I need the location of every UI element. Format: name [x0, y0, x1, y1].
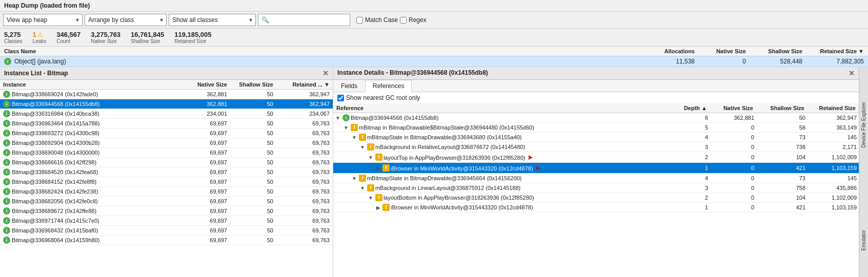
instance-close-btn[interactable]: ✕	[322, 69, 329, 77]
instance-scroll[interactable]: i Bitmap@338669024 (0x142fade0) 362,881 …	[0, 90, 333, 277]
stat-shallow-value: 16,761,845	[131, 31, 164, 38]
ref-row[interactable]: ▼ f layoutTop in AppPlayBrowser@31826393…	[333, 152, 859, 163]
instance-name: i Bitmap@336944568 (0x14155db8)	[3, 100, 181, 108]
ref-row[interactable]: ▼ f mBitmapState in BitmapDrawable@33694…	[333, 174, 859, 183]
instance-native: 69,697	[181, 227, 227, 233]
col-inst-shallow[interactable]: Shallow Size	[227, 81, 273, 88]
ref-row[interactable]: ▶ f iBrowser in MiniWorldActivity@315443…	[333, 203, 859, 212]
instance-icon: i	[3, 188, 10, 195]
view-select[interactable]: View app heap ▾	[3, 14, 83, 26]
instance-row[interactable]: i Bitmap@338684152 (0x142fe8f8) 69,697 5…	[0, 177, 333, 187]
match-case-checkbox[interactable]	[356, 17, 363, 24]
window-title: Heap Dump (loaded from file)	[4, 2, 90, 9]
expand-icon[interactable]: ▼	[352, 135, 357, 140]
instance-name: i Bitmap@338684520 (0x142fea68)	[3, 168, 181, 176]
ref-row[interactable]: ▼ f mBitmapState in BitmapDrawable@33694…	[333, 133, 859, 142]
detail-close-btn[interactable]: ✕	[849, 69, 855, 77]
expand-icon[interactable]: ▼	[335, 115, 340, 121]
instance-row[interactable]: i Bitmap@338686616 (0x142ff298) 69,697 5…	[0, 158, 333, 167]
regex-checkbox[interactable]	[400, 17, 407, 24]
instance-row[interactable]: i Bitmap@338690048 (0x14300000) 69,697 5…	[0, 148, 333, 158]
col-ref-retained[interactable]: Retained Size	[804, 105, 856, 111]
ref-row[interactable]: ▼ f layoutBottom in AppPlayBrowser@31826…	[333, 193, 859, 203]
instance-shallow: 50	[227, 150, 273, 156]
class-row[interactable]: i Object[] (java.lang) 11,538 0 528,448 …	[0, 56, 868, 67]
ref-row[interactable]: ▼ f mBackground in RelativeLayout@336876…	[333, 142, 859, 152]
instance-row[interactable]: i Bitmap@336944568 (0x14155db8) 362,881 …	[0, 99, 333, 109]
ref-scroll[interactable]: ▼ i Bitmap@336944568 (0x14155db8) 6 362,…	[333, 113, 859, 277]
instance-row[interactable]: i Bitmap@336968432 (0x1415baf0) 69,697 5…	[0, 226, 333, 236]
ref-retained: 435,886	[805, 185, 857, 191]
search-input[interactable]	[271, 16, 347, 24]
instance-native: 69,697	[181, 188, 227, 195]
ref-retained: 1,103,159	[805, 165, 857, 171]
col-ref-shallow[interactable]: Shallow Size	[753, 105, 804, 111]
instance-native: 69,697	[181, 169, 227, 175]
instance-row[interactable]: i Bitmap@338684520 (0x142fea68) 69,697 5…	[0, 167, 333, 177]
instance-native: 69,697	[181, 140, 227, 146]
col-inst-retained[interactable]: Retained ... ▼	[273, 81, 330, 88]
instance-name: i Bitmap@336316984 (0x140bca38)	[3, 110, 181, 117]
instance-row[interactable]: i Bitmap@336316984 (0x140bca38) 234,001 …	[0, 109, 333, 119]
class-retained: 7,882,305	[802, 58, 864, 65]
col-allocations[interactable]: Allocations	[643, 48, 695, 54]
right-panel: Instance Details - Bitmap@336944568 (0x1…	[333, 67, 859, 277]
expand-icon[interactable]: ▼	[368, 195, 373, 201]
instance-icon: i	[3, 110, 10, 117]
detail-title: Instance Details - Bitmap@336944568 (0x1…	[337, 69, 488, 77]
instance-row[interactable]: i Bitmap@338693272 (0x14300c98) 69,697 5…	[0, 129, 333, 138]
col-shallow-size-hdr[interactable]: Shallow Size	[746, 48, 802, 54]
search-icon: 🔍	[261, 16, 269, 24]
instance-icon: i	[3, 198, 10, 205]
expand-icon[interactable]: ▼	[368, 155, 373, 160]
instance-retained: 69,763	[273, 150, 330, 156]
show-gc-checkbox[interactable]	[337, 95, 344, 101]
ref-row[interactable]: ▶ f iBrowser in MiniWorldActivity@315443…	[333, 163, 859, 174]
ref-depth: 4	[667, 134, 708, 140]
stat-leaks: 1 ⚠ Leaks	[33, 31, 47, 44]
arrange-select-arrow: ▾	[156, 16, 163, 24]
instance-row[interactable]: i Bitmap@338682424 (0x142fe238) 69,697 5…	[0, 187, 333, 197]
instance-icon: i	[3, 168, 10, 176]
instance-name: i Bitmap@336971744 (0x1415c7e0)	[3, 217, 181, 224]
col-instance[interactable]: Instance	[3, 81, 181, 88]
expand-icon[interactable]: ▼	[352, 176, 357, 181]
expand-icon[interactable]: ▶	[376, 205, 380, 210]
side-labels: Device File Explorer Emulator	[859, 67, 868, 277]
instance-row[interactable]: i Bitmap@336971744 (0x1415c7e0) 69,697 5…	[0, 216, 333, 226]
arrange-select[interactable]: Arrange by class ▾	[85, 14, 167, 26]
instance-name: i Bitmap@338684152 (0x142fe8f8)	[3, 178, 181, 185]
stat-native-value: 3,275,763	[91, 31, 120, 38]
show-select[interactable]: Show all classes ▾	[169, 14, 256, 26]
instance-row[interactable]: i Bitmap@338689672 (0x142ffe88) 69,697 5…	[0, 206, 333, 216]
expand-icon[interactable]: ▼	[360, 144, 365, 150]
search-box[interactable]: 🔍	[258, 14, 350, 26]
col-ref-reference[interactable]: Reference	[336, 105, 666, 111]
tab-fields[interactable]: Fields	[333, 80, 365, 92]
col-retained-size-hdr[interactable]: Retained Size ▼	[802, 48, 864, 54]
instance-row[interactable]: i Bitmap@336963464 (0x1415a788) 69,697 5…	[0, 119, 333, 129]
col-ref-depth[interactable]: Depth ▲	[666, 105, 707, 111]
ref-row[interactable]: ▼ f mBitmap in BitmapDrawable$BitmapStat…	[333, 123, 859, 133]
instance-row[interactable]: i Bitmap@338692904 (0x14300b28) 69,697 5…	[0, 138, 333, 148]
instance-retained: 69,763	[273, 218, 330, 224]
expand-icon[interactable]: ▼	[360, 185, 365, 191]
tab-references[interactable]: References	[365, 80, 412, 92]
ref-depth: 1	[667, 165, 708, 171]
view-select-label: View app heap	[7, 16, 47, 24]
instance-retained: 69,763	[273, 120, 330, 126]
ref-row[interactable]: ▼ f mBackground in LinearLayout@33687591…	[333, 183, 859, 193]
tabs-row: Fields References	[333, 80, 859, 92]
col-inst-native[interactable]: Native Size	[181, 81, 227, 88]
ref-row[interactable]: ▼ i Bitmap@336944568 (0x14155db8) 6 362,…	[333, 113, 859, 123]
device-file-label: Device File Explorer	[859, 67, 868, 183]
expand-icon[interactable]: ▼	[344, 125, 349, 131]
col-ref-native[interactable]: Native Size	[707, 105, 753, 111]
instance-row[interactable]: i Bitmap@336968064 (0x14159h80) 69,697 5…	[0, 236, 333, 245]
ref-native: 0	[708, 144, 754, 150]
match-case-label: Match Case	[365, 16, 398, 24]
instance-row[interactable]: i Bitmap@338682056 (0x142fe0c8) 69,697 5…	[0, 197, 333, 206]
expand-icon[interactable]: ▶	[376, 165, 380, 171]
col-native-size-hdr[interactable]: Native Size	[695, 48, 746, 54]
instance-row[interactable]: i Bitmap@338669024 (0x142fade0) 362,881 …	[0, 90, 333, 99]
